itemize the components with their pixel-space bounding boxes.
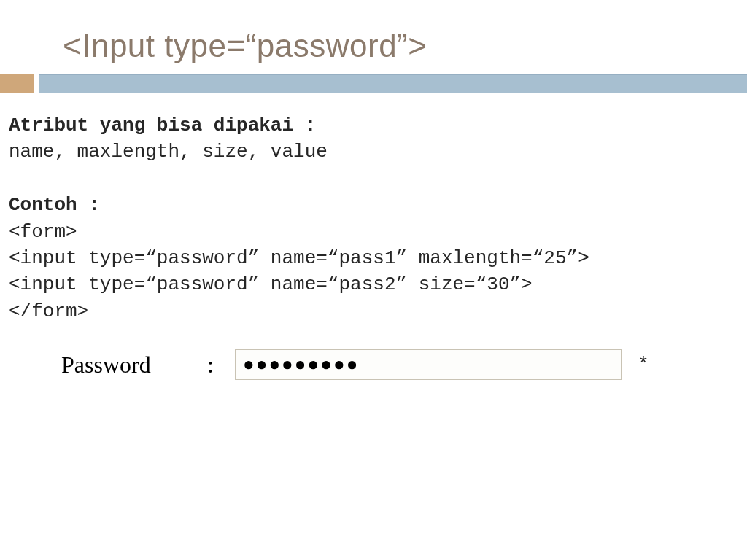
example-heading: Contoh : bbox=[9, 192, 738, 218]
code-line-2: <input type=“password” name=“pass1” maxl… bbox=[9, 245, 738, 271]
password-input[interactable]: ●●●●●●●●● bbox=[235, 349, 622, 380]
accent-bar-gap bbox=[34, 74, 39, 93]
code-line-1: <form> bbox=[9, 219, 738, 245]
code-line-3: <input type=“password” name=“pass2” size… bbox=[9, 271, 738, 298]
password-colon: : bbox=[207, 351, 235, 378]
accent-bar-brown bbox=[0, 74, 34, 93]
accent-bar bbox=[0, 74, 747, 93]
rendered-example: Password : ●●●●●●●●● * bbox=[0, 349, 747, 380]
password-label: Password bbox=[61, 351, 207, 378]
blank-line bbox=[9, 166, 738, 192]
slide-title: <Input type=“password”> bbox=[0, 0, 747, 74]
accent-bar-blue bbox=[39, 74, 747, 93]
required-mark-icon: * bbox=[638, 354, 649, 376]
attributes-heading: Atribut yang bisa dipakai : bbox=[9, 112, 738, 139]
slide: <Input type=“password”> Atribut yang bis… bbox=[0, 0, 747, 560]
code-line-4: </form> bbox=[9, 298, 738, 324]
slide-body: Atribut yang bisa dipakai : name, maxlen… bbox=[0, 112, 747, 324]
attributes-list: name, maxlength, size, value bbox=[9, 139, 738, 165]
